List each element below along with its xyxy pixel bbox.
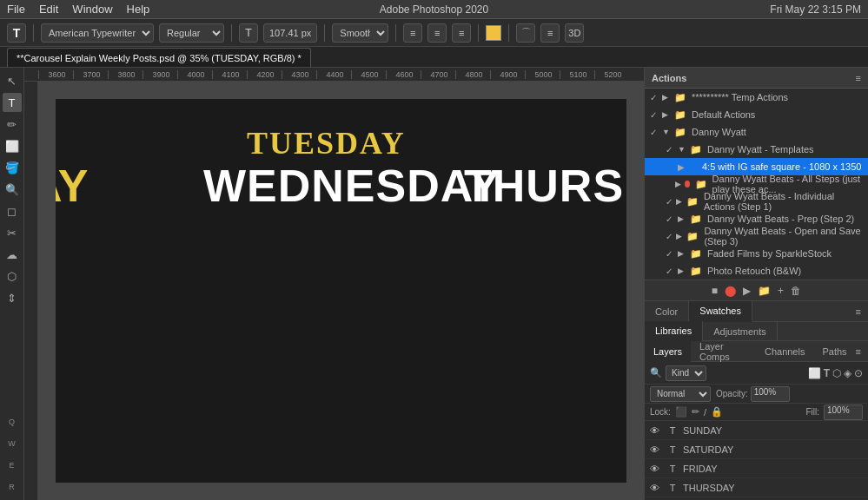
tab-layers[interactable]: Layers (645, 341, 691, 362)
canvas-content[interactable]: AY TUESDAY WEDNESDAY THURSDAY (38, 82, 644, 500)
lock-pixel-icon[interactable]: ⬛ (675, 406, 687, 418)
tool-brush[interactable]: ✏ (3, 115, 22, 134)
layer-visibility-icon[interactable]: 👁 (650, 483, 662, 493)
folder-icon: 📁 (674, 127, 686, 138)
actions-new-set-btn[interactable]: 📁 (758, 285, 771, 297)
layers-filter-select[interactable]: Kind (666, 365, 706, 381)
lock-label: Lock: (650, 407, 671, 417)
action-item-templates[interactable]: ✓ ▼ 📁 Danny Wyatt - Templates (645, 141, 868, 158)
align-right-btn[interactable]: ≡ (452, 23, 471, 43)
action-item-beats-all[interactable]: ▶ 📁 Danny Wyatt Beats - All Steps (just … (645, 175, 868, 193)
tool-arrow[interactable]: ↖ (3, 71, 22, 90)
layer-type-icon: T (666, 425, 679, 436)
tab-swatches[interactable]: Swatches (689, 301, 752, 322)
tool-foreground[interactable]: Q (3, 412, 22, 431)
tool-shape[interactable]: ⬡ (3, 266, 22, 286)
options-btn[interactable]: ≡ (540, 23, 560, 43)
3d-btn[interactable]: 3D (565, 23, 584, 43)
menu-window[interactable]: Window (72, 3, 112, 16)
action-item-default[interactable]: ✓ ▶ 📁 Default Actions (645, 106, 868, 123)
filter-smart-icon[interactable]: ◈ (844, 367, 851, 379)
action-item-beats-prep[interactable]: ✓ ▶ 📁 Danny Wyatt Beats - Prep (Step 2) (645, 210, 868, 227)
actions-panel-menu-icon[interactable]: ≡ (856, 73, 861, 83)
fill-value[interactable]: 100% (824, 405, 863, 420)
tool-rect[interactable]: ⬜ (3, 136, 22, 155)
tool-blur[interactable]: ☁ (3, 245, 22, 264)
active-tab[interactable]: **Carousel Explain Weekly Posts.psd @ 35… (7, 48, 311, 67)
tool-mask[interactable]: E (3, 456, 22, 475)
align-center-btn[interactable]: ≡ (427, 23, 447, 43)
tab-layer-comps[interactable]: Layer Comps (691, 341, 756, 362)
toolbar-divider-2 (231, 24, 232, 42)
ruler-tick: 4600 (386, 70, 421, 79)
actions-new-btn[interactable]: + (778, 285, 784, 297)
anti-alias-select[interactable]: Smooth (332, 23, 388, 43)
tool-select[interactable]: ◻ (3, 201, 22, 220)
actions-record-btn[interactable]: ⬤ (725, 285, 736, 297)
canvas-day-partial: AY (56, 160, 88, 212)
action-name: Danny Wyatt Beats - Prep (Step 2) (707, 214, 854, 224)
action-item-photo-bw[interactable]: ✓ ▶ 📁 Photo Retouch (B&W) (645, 262, 868, 280)
actions-play-btn[interactable]: ▶ (743, 285, 751, 297)
layer-visibility-icon[interactable]: 👁 (650, 464, 662, 474)
tool-crop[interactable]: ✂ (3, 223, 22, 242)
action-item-beats-open[interactable]: ✓ ▶ 📁 Danny Wyatt Beats - Open and Save … (645, 227, 868, 245)
tool-move[interactable]: ⇕ (3, 288, 22, 307)
layer-visibility-icon[interactable]: 👁 (650, 425, 662, 436)
align-left-btn[interactable]: ≡ (403, 23, 422, 43)
text-color-swatch[interactable] (486, 25, 501, 41)
menu-help[interactable]: Help (127, 3, 150, 16)
blend-mode-select[interactable]: Normal (650, 386, 711, 402)
action-item-temp[interactable]: ✓ ▶ 📁 ********** Temp Actions (645, 89, 868, 106)
action-name: Danny Wyatt Beats - Individual Actions (… (704, 191, 863, 212)
lock-artboard-icon[interactable]: / (704, 407, 706, 418)
action-item-beats-ind[interactable]: ✓ ▶ 📁 Danny Wyatt Beats - Individual Act… (645, 193, 868, 210)
ruler-top: 3600 3700 3800 3900 4000 4100 4200 4300 … (24, 68, 644, 82)
tool-type[interactable]: T (3, 93, 22, 112)
menu-file[interactable]: File (7, 3, 25, 16)
action-item-faded[interactable]: ✓ ▶ 📁 Faded Films by SparkleStock (645, 245, 868, 262)
tab-color[interactable]: Color (645, 301, 689, 322)
lock-all-icon[interactable]: 🔒 (711, 406, 723, 418)
actions-stop-btn[interactable]: ■ (712, 285, 718, 297)
color-swatches-tabs: Color Swatches ≡ (645, 301, 868, 322)
layer-saturday[interactable]: 👁 T SATURDAY (645, 440, 868, 459)
layer-sunday[interactable]: 👁 T SUNDAY (645, 421, 868, 440)
tab-libraries[interactable]: Libraries (645, 321, 703, 342)
layer-friday[interactable]: 👁 T FRIDAY (645, 459, 868, 478)
filter-text-icon[interactable]: T (824, 367, 830, 379)
toolbar-divider-4 (395, 24, 396, 42)
tool-type-icon: T (7, 23, 26, 43)
layer-thursday[interactable]: 👁 T THURSDAY (645, 478, 868, 497)
action-item-danny[interactable]: ✓ ▼ 📁 Danny Wyatt (645, 123, 868, 141)
font-family-select[interactable]: American Typewriter (41, 23, 154, 43)
lock-position-icon[interactable]: ✏ (692, 406, 699, 418)
tool-zoom[interactable]: 🔍 (3, 180, 22, 199)
action-item-4-5[interactable]: ▶ 4:5 with IG safe square - 1080 x 1350 (645, 158, 868, 175)
warp-btn[interactable]: ⌒ (516, 23, 535, 43)
tab-adjustments[interactable]: Adjustments (703, 321, 778, 342)
layer-name: FRIDAY (683, 464, 863, 474)
layer-visibility-icon[interactable]: 👁 (650, 444, 662, 455)
filter-effect-icon[interactable]: ⊙ (854, 367, 863, 379)
filter-pixel-icon[interactable]: ⬜ (808, 367, 821, 379)
app-title: Adobe Photoshop 2020 (380, 3, 488, 16)
filter-shape-icon[interactable]: ⬡ (832, 367, 841, 379)
layers-panel-menu-icon[interactable]: ≡ (856, 346, 868, 357)
tab-channels[interactable]: Channels (756, 341, 813, 362)
action-name: Danny Wyatt - Templates (707, 144, 814, 155)
canvas-inner: AY TUESDAY WEDNESDAY THURSDAY (56, 99, 626, 483)
font-size-input[interactable]: 107.41 px (263, 23, 317, 43)
tab-paths[interactable]: Paths (813, 341, 855, 362)
ruler-tick: 4100 (212, 70, 247, 79)
font-style-select[interactable]: Regular (159, 23, 224, 43)
opacity-value[interactable]: 100% (751, 386, 790, 402)
canvas-area[interactable]: 3600 3700 3800 3900 4000 4100 4200 4300 … (24, 68, 644, 500)
menu-edit[interactable]: Edit (39, 3, 58, 16)
tool-extra1[interactable]: R (3, 477, 22, 497)
folder-icon: 📁 (690, 214, 702, 225)
tool-fill[interactable]: 🪣 (3, 158, 22, 177)
color-panel-menu-icon[interactable]: ≡ (856, 306, 868, 317)
actions-delete-btn[interactable]: 🗑 (791, 285, 801, 297)
tool-background[interactable]: W (3, 434, 22, 453)
